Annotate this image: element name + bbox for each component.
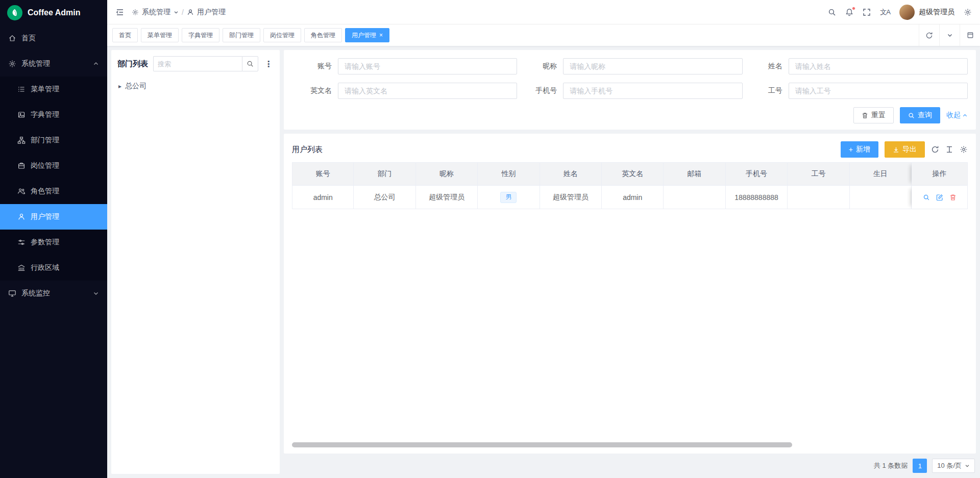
filter-field-en-name: 英文名 xyxy=(292,83,517,99)
dictionary-icon xyxy=(17,111,26,119)
name-input[interactable] xyxy=(789,58,968,74)
tab-dept-management[interactable]: 部门管理 xyxy=(223,28,260,42)
dept-search-group xyxy=(153,56,258,71)
column-header: 邮箱 xyxy=(664,162,725,186)
sidebar-menu: 首页 系统管理 菜单管理 xyxy=(0,26,107,478)
column-header: 生日 xyxy=(850,162,912,186)
horizontal-scrollbar-thumb[interactable] xyxy=(292,442,792,447)
breadcrumb-label: 用户管理 xyxy=(197,8,226,17)
tree-expand-caret-icon[interactable]: ▸ xyxy=(118,83,121,90)
user-table: 账号 部门 昵称 性别 姓名 英文名 邮箱 手机号 工号 生日 操作 admin… xyxy=(292,162,968,209)
add-label: 新增 xyxy=(856,145,870,154)
sidebar-item-label: 字典管理 xyxy=(31,110,59,119)
sidebar-item-system-management[interactable]: 系统管理 xyxy=(0,51,107,77)
refresh-icon[interactable] xyxy=(931,145,939,154)
tab-dict-management[interactable]: 字典管理 xyxy=(182,28,219,42)
collapse-filter-link[interactable]: 收起 xyxy=(946,111,968,120)
refresh-icon[interactable] xyxy=(919,24,939,46)
edit-icon[interactable] xyxy=(936,194,943,201)
reset-button[interactable]: 重置 xyxy=(853,107,894,123)
chevron-down-icon[interactable] xyxy=(939,24,960,46)
add-user-button[interactable]: + 新增 xyxy=(841,141,878,158)
tab-home[interactable]: 首页 xyxy=(112,28,138,42)
more-vertical-icon[interactable]: ⋮ xyxy=(263,59,274,69)
tree-node-head-office[interactable]: ▸ 总公司 xyxy=(117,79,274,94)
settings-gear-icon[interactable] xyxy=(964,8,972,16)
sidebar-item-label: 行政区域 xyxy=(31,263,59,272)
user-list-title: 用户列表 xyxy=(292,145,323,155)
tab-label: 用户管理 xyxy=(352,31,376,40)
field-label: 工号 xyxy=(743,86,789,95)
sidebar-item-label: 菜单管理 xyxy=(31,85,59,94)
close-icon[interactable]: × xyxy=(379,32,383,38)
export-button[interactable]: 导出 xyxy=(885,141,925,158)
tab-role-management[interactable]: 角色管理 xyxy=(304,28,342,42)
dept-search-button[interactable] xyxy=(242,56,258,71)
sidebar-item-label: 用户管理 xyxy=(31,212,59,221)
user-menu[interactable]: 超级管理员 xyxy=(899,5,954,20)
notification-bell-icon[interactable] xyxy=(845,8,853,16)
app-title: Coffee Admin xyxy=(28,8,80,17)
search-button[interactable]: 查询 xyxy=(900,107,940,123)
search-label: 查询 xyxy=(918,111,932,120)
account-input[interactable] xyxy=(338,58,517,74)
chevron-up-icon xyxy=(962,113,968,118)
tab-label: 部门管理 xyxy=(229,31,254,40)
people-icon xyxy=(17,187,26,195)
tree-node-label: 总公司 xyxy=(125,82,146,91)
sidebar-item-post-management[interactable]: 岗位管理 xyxy=(0,153,107,179)
filter-actions: 重置 查询 收起 xyxy=(292,107,968,123)
user-list-actions: + 新增 导出 xyxy=(841,141,968,158)
tab-menu-management[interactable]: 菜单管理 xyxy=(141,28,179,42)
translate-icon[interactable]: 文A xyxy=(880,8,890,17)
right-column: 账号 昵称 姓名 英文名 xyxy=(284,50,976,474)
fullscreen-icon[interactable] xyxy=(863,8,871,16)
sidebar-collapse-icon[interactable] xyxy=(115,8,125,17)
sidebar-item-home[interactable]: 首页 xyxy=(0,26,107,51)
sidebar-item-param-management[interactable]: 参数管理 xyxy=(0,230,107,255)
sidebar: Coffee Admin 首页 系统管理 xyxy=(0,0,107,478)
sidebar-item-menu-management[interactable]: 菜单管理 xyxy=(0,77,107,102)
sidebar-item-role-management[interactable]: 角色管理 xyxy=(0,179,107,204)
sidebar-item-system-monitor[interactable]: 系统监控 xyxy=(0,281,107,306)
system-management-submenu: 菜单管理 字典管理 部门管理 xyxy=(0,77,107,281)
topbar-left: 系统管理 / 用户管理 xyxy=(115,8,226,17)
topbar-right: 文A 超级管理员 xyxy=(828,5,972,20)
breadcrumb-item-user[interactable]: 用户管理 xyxy=(187,8,226,17)
column-header: 昵称 xyxy=(416,162,478,186)
delete-icon[interactable] xyxy=(949,194,957,201)
tab-post-management[interactable]: 岗位管理 xyxy=(263,28,301,42)
cell-row-actions xyxy=(912,186,968,209)
horizontal-scrollbar xyxy=(292,442,968,447)
breadcrumb-label: 系统管理 xyxy=(142,8,170,17)
tab-user-management[interactable]: 用户管理 × xyxy=(345,28,389,42)
nickname-input[interactable] xyxy=(563,58,742,74)
gear-icon xyxy=(8,60,16,68)
sidebar-item-user-management[interactable]: 用户管理 xyxy=(0,204,107,230)
column-header: 工号 xyxy=(788,162,849,186)
phone-input[interactable] xyxy=(563,83,742,99)
column-settings-gear-icon[interactable] xyxy=(960,145,968,154)
sidebar-item-admin-region[interactable]: 行政区域 xyxy=(0,255,107,281)
en-name-input[interactable] xyxy=(338,83,517,99)
sidebar-item-label: 首页 xyxy=(21,34,36,43)
search-icon[interactable] xyxy=(828,8,836,16)
tabbar: 首页 菜单管理 字典管理 部门管理 岗位管理 角色管理 用户管理 × xyxy=(107,24,980,46)
cell-phone: 18888888888 xyxy=(726,186,788,209)
chevron-down-icon xyxy=(965,463,970,468)
breadcrumb-item-system[interactable]: 系统管理 xyxy=(132,8,179,17)
sidebar-item-dict-management[interactable]: 字典管理 xyxy=(0,102,107,128)
app-logo[interactable]: Coffee Admin xyxy=(0,0,107,26)
job-no-input[interactable] xyxy=(789,83,968,99)
filter-row: 英文名 手机号 工号 xyxy=(292,83,968,99)
sidebar-item-dept-management[interactable]: 部门管理 xyxy=(0,128,107,153)
cell-job-no xyxy=(788,186,849,209)
page-size-select[interactable]: 10 条/页 xyxy=(932,459,975,473)
row-density-icon[interactable] xyxy=(945,145,953,154)
breadcrumb-separator: / xyxy=(182,8,184,16)
tabbar-actions xyxy=(919,24,980,46)
pagination-page-1[interactable]: 1 xyxy=(913,459,927,473)
maximize-content-icon[interactable] xyxy=(960,24,980,46)
dept-search-input[interactable] xyxy=(153,56,242,71)
view-icon[interactable] xyxy=(923,194,930,201)
